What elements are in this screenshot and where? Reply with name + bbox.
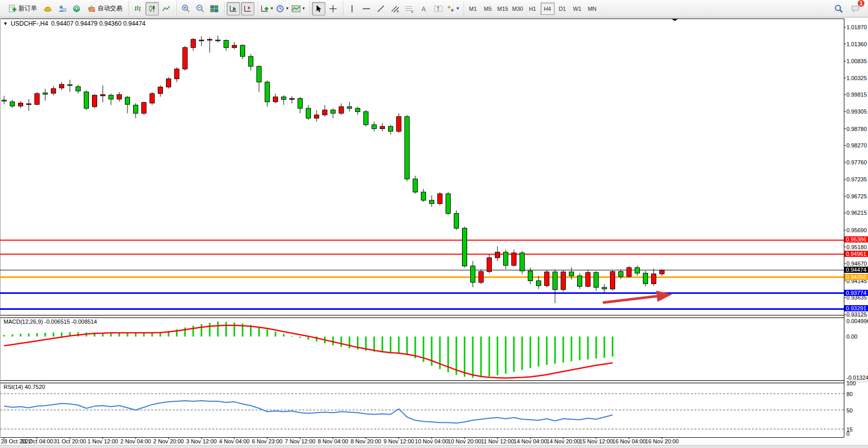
text-icon: A	[420, 5, 428, 13]
trade-group: 新订单 自动交易	[3, 2, 127, 16]
price-tick: 0.95180	[846, 244, 867, 250]
text-button[interactable]: A	[417, 2, 431, 15]
macd-tick: 0.004996	[846, 318, 868, 324]
time-label: 11 Nov 12:00	[481, 438, 514, 444]
chart-shift-marker	[671, 18, 678, 21]
text-label-icon: T	[434, 5, 443, 13]
annotation-arrow-head	[656, 291, 672, 302]
fibonacci-button[interactable]: F	[403, 2, 416, 15]
timeframe-w1[interactable]: W1	[570, 3, 584, 15]
time-label: 8 Nov 04:00	[318, 438, 348, 444]
text-label-button[interactable]: T	[432, 2, 445, 15]
timeframe-h4[interactable]: H4	[541, 3, 555, 15]
search-icon	[834, 4, 843, 13]
time-label: 2 Nov 04:00	[120, 438, 151, 444]
auto-scroll-icon	[229, 5, 237, 13]
notification-badge: 1	[857, 0, 865, 7]
bar-chart-icon	[134, 5, 142, 13]
horizontal-line-button[interactable]	[360, 2, 373, 15]
trendline-button[interactable]	[374, 2, 387, 15]
equidistant-channel-button[interactable]: E	[389, 2, 402, 15]
indicators-button[interactable]: ▼	[260, 2, 274, 15]
price-tick: 0.98270	[846, 142, 867, 148]
market-watch-button[interactable]	[56, 2, 69, 15]
arrows-tool-icon	[447, 5, 455, 13]
navigator-icon	[72, 5, 81, 13]
timeframe-m30[interactable]: M30	[511, 3, 525, 15]
navigator-button[interactable]	[70, 2, 83, 15]
time-label: 16 Nov 04:00	[612, 438, 645, 444]
crosshair-button[interactable]	[326, 2, 340, 15]
price-tick: 0.95690	[846, 227, 867, 233]
time-label: 2 Nov 20:00	[153, 438, 183, 444]
zoom-group	[176, 2, 223, 16]
fibonacci-icon: F	[405, 5, 414, 13]
time-label: 31 Oct 20:00	[54, 438, 86, 444]
autotrade-icon	[87, 5, 96, 13]
chart-canvas[interactable]	[0, 18, 868, 448]
vertical-line-button[interactable]	[345, 2, 359, 15]
price-tick: 1.01870	[846, 24, 867, 30]
templates-button[interactable]: ▼	[291, 2, 306, 15]
lines-group: E F A T ▼	[343, 2, 463, 16]
ohlc-quote-label: 0.94407 0.94479 0.94360 0.94474	[51, 20, 146, 27]
price-tag: 0.93291	[844, 305, 868, 311]
trendline-icon	[377, 5, 385, 13]
bottom-strip	[0, 445, 868, 448]
timeframe-h1[interactable]: H1	[526, 3, 540, 15]
symbol-period-label: USDCHF-,H4	[11, 20, 48, 27]
price-tick: 0.97235	[846, 176, 867, 182]
price-tag: 0.95386	[844, 236, 868, 242]
autotrade-button[interactable]: 自动交易	[84, 2, 125, 15]
horizontal-line-icon	[362, 5, 371, 13]
time-label: 14 Nov 20:00	[546, 438, 580, 444]
timeframe-d1[interactable]: D1	[556, 3, 569, 15]
price-tick: 0.99305	[846, 108, 867, 115]
bar-chart-button[interactable]	[131, 2, 144, 15]
zoom-out-button[interactable]	[193, 2, 207, 15]
zoom-in-button[interactable]	[179, 2, 192, 15]
vertical-line-icon	[348, 5, 356, 13]
price-tick: 1.01360	[846, 41, 867, 47]
candlestick-chart-button[interactable]	[145, 2, 159, 15]
cursor-group	[309, 2, 342, 16]
macd-indicator-label: MACD(12,26,9) -0.006515 -0.008514	[4, 319, 97, 325]
timeframe-m5[interactable]: M5	[481, 3, 495, 15]
chevron-down-icon: ▼	[3, 21, 8, 26]
time-label: 6 Nov 23:00	[252, 438, 282, 444]
new-order-button[interactable]: 新订单	[5, 2, 40, 15]
price-tick: 0.96215	[846, 210, 867, 216]
timeframe-m1[interactable]: M1	[466, 3, 480, 15]
timeframe-mn[interactable]: MN	[585, 3, 599, 15]
chart-shift-button[interactable]	[241, 2, 254, 15]
toolbar: 新订单 自动交易	[0, 0, 868, 17]
line-chart-icon	[162, 5, 171, 13]
cursor-button[interactable]	[312, 2, 325, 15]
auto-scroll-button[interactable]	[227, 2, 240, 15]
equidistant-channel-icon: E	[391, 5, 400, 13]
templates-dropdown-arrow: ▼	[302, 6, 306, 11]
mt4-window: 新订单 自动交易	[0, 0, 868, 448]
price-tag: 0.94474	[844, 267, 868, 273]
profiles-button[interactable]	[41, 2, 54, 15]
price-tag: 0.93774	[844, 290, 868, 296]
chart-type-group	[128, 2, 175, 16]
rsi-tick: 100	[846, 380, 856, 386]
search-button[interactable]	[832, 2, 845, 15]
time-label: 10 Nov 20:00	[448, 438, 481, 444]
timeframe-group: M1M5M15M30H1H4D1W1MN	[464, 2, 601, 16]
periods-icon	[276, 5, 284, 13]
zoom-in-icon	[181, 4, 190, 13]
timeframe-m15[interactable]: M15	[496, 3, 510, 15]
periods-button[interactable]: ▼	[275, 2, 290, 15]
price-tick: 0.96725	[846, 193, 867, 199]
price-tick: 1.00835	[846, 58, 867, 64]
tile-windows-button[interactable]	[208, 2, 221, 15]
rsi-tick: 0	[846, 431, 849, 437]
svg-text:T: T	[436, 6, 439, 11]
price-tick: 1.00325	[846, 75, 867, 81]
line-chart-button[interactable]	[160, 2, 173, 15]
indicators-icon	[261, 5, 269, 13]
arrows-tool-button[interactable]: ▼	[446, 2, 460, 15]
chat-button[interactable]: 1	[849, 2, 862, 15]
